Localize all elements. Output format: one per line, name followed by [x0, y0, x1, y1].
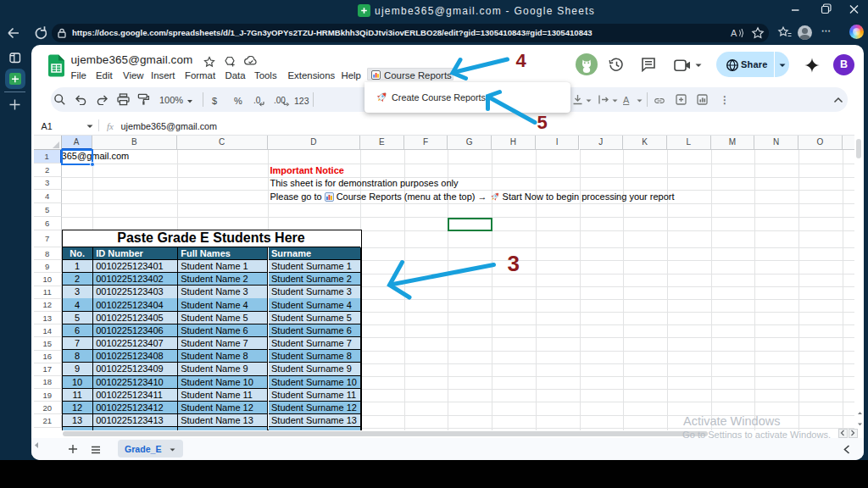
svg-text:A: A [731, 28, 737, 38]
